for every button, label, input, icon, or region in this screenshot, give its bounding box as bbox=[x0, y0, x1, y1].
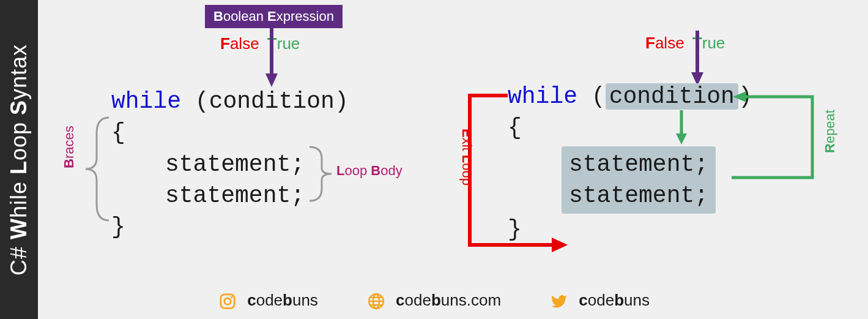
false-label: False bbox=[220, 34, 259, 53]
brand-text: codebuns.com bbox=[396, 291, 501, 309]
svg-marker-7 bbox=[552, 238, 568, 252]
instagram-icon bbox=[218, 292, 237, 310]
exit-path-icon bbox=[459, 92, 581, 257]
body-bracket-icon bbox=[307, 143, 335, 205]
svg-point-9 bbox=[224, 298, 231, 305]
arrow-down-icon bbox=[691, 31, 703, 87]
sidebar: C# While Loop Syntax bbox=[0, 0, 38, 319]
brace-close: } bbox=[111, 211, 349, 242]
boolean-expression-box: Boolean Expression bbox=[205, 5, 343, 28]
svg-marker-6 bbox=[733, 91, 746, 102]
false-true-right: False True bbox=[645, 34, 725, 53]
while-keyword: while bbox=[111, 88, 181, 114]
condition-text: (condition) bbox=[195, 88, 349, 114]
exit-loop-label: Exit Loop bbox=[459, 129, 475, 186]
arrow-down-green-icon bbox=[675, 110, 688, 147]
footer: codebuns codebuns.com codebuns bbox=[0, 291, 868, 310]
brand-text: codebuns bbox=[579, 291, 650, 309]
braces-label: Braces bbox=[61, 126, 77, 168]
repeat-path-icon bbox=[727, 86, 825, 202]
globe-icon bbox=[367, 292, 385, 310]
loop-body-label: Loop Body bbox=[336, 163, 402, 179]
web-brand: codebuns.com bbox=[367, 291, 501, 310]
condition-highlight: condition bbox=[606, 83, 738, 110]
false-true-left: False True bbox=[220, 34, 300, 53]
brace-bracket-icon bbox=[78, 115, 115, 223]
page-title: C# While Loop Syntax bbox=[6, 43, 32, 275]
twitter-icon bbox=[550, 292, 568, 310]
twitter-brand: codebuns bbox=[550, 291, 650, 310]
statement-line: statement; bbox=[569, 151, 708, 178]
arrow-down-icon bbox=[265, 27, 278, 88]
svg-marker-1 bbox=[265, 73, 278, 87]
code-line: while (condition) bbox=[111, 86, 349, 117]
loop-body-highlight: statement; statement; bbox=[562, 144, 752, 214]
instagram-brand: codebuns bbox=[218, 291, 318, 310]
brand-text: codebuns bbox=[247, 291, 318, 309]
svg-point-10 bbox=[231, 296, 233, 298]
svg-marker-5 bbox=[676, 133, 687, 144]
false-label: False bbox=[645, 34, 684, 52]
statement-line: statement; bbox=[569, 182, 708, 209]
repeat-label: Repeat bbox=[822, 110, 838, 153]
